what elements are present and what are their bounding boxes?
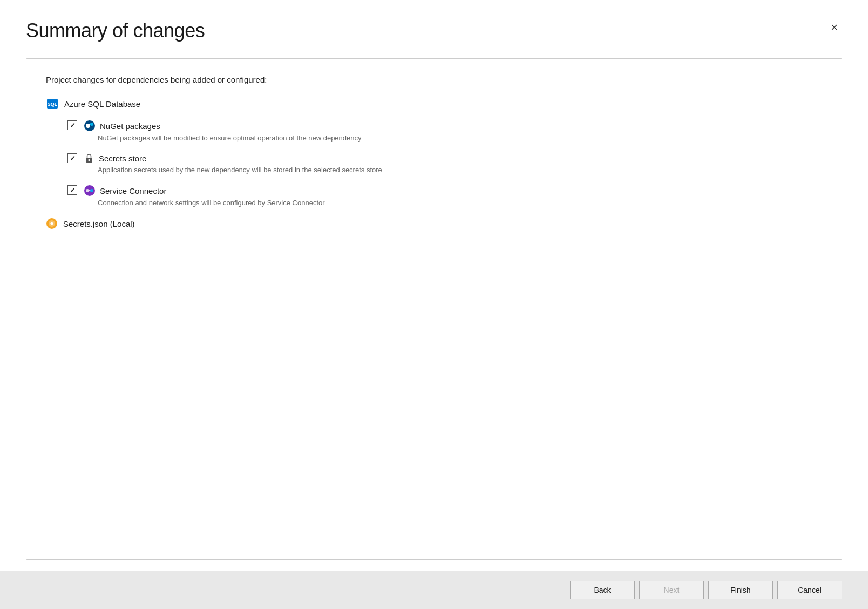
secrets-store-description: Application secrets used by the new depe… bbox=[98, 166, 382, 174]
nuget-item-row: NuGet packages NuGet packages will be mo… bbox=[67, 120, 822, 142]
service-connector-label: Service Connector bbox=[100, 186, 166, 195]
nuget-label: NuGet packages bbox=[100, 121, 160, 131]
service-connector-item-row: Service Connector Connection and network… bbox=[67, 185, 822, 207]
secrets-store-label: Secrets store bbox=[99, 154, 146, 163]
nuget-checkbox-wrapper bbox=[67, 120, 77, 130]
secrets-store-item-row: Secrets store Application secrets used b… bbox=[67, 153, 822, 174]
section-description: Project changes for dependencies being a… bbox=[46, 75, 822, 84]
service-connector-checkbox-wrapper bbox=[67, 185, 77, 195]
secrets-store-item-content: Secrets store Application secrets used b… bbox=[84, 153, 382, 174]
svg-point-3 bbox=[86, 124, 90, 128]
svg-text:SQL: SQL bbox=[48, 102, 58, 107]
cancel-button[interactable]: Cancel bbox=[777, 581, 842, 599]
secrets-json-icon bbox=[46, 218, 58, 229]
secrets-json-label: Secrets.json (Local) bbox=[63, 219, 135, 228]
dialog-content: Project changes for dependencies being a… bbox=[0, 53, 868, 571]
dependency-header: SQL Azure SQL Database bbox=[46, 97, 822, 110]
svg-point-9 bbox=[90, 189, 93, 192]
service-connector-description: Connection and network settings will be … bbox=[98, 199, 325, 207]
nuget-description: NuGet packages will be modified to ensur… bbox=[98, 134, 362, 142]
changes-box: Project changes for dependencies being a… bbox=[26, 58, 842, 560]
service-connector-item-content: Service Connector Connection and network… bbox=[84, 185, 325, 207]
back-button[interactable]: Back bbox=[570, 581, 635, 599]
secrets-store-title-row: Secrets store bbox=[84, 153, 382, 164]
next-button: Next bbox=[639, 581, 704, 599]
secrets-store-checkbox[interactable] bbox=[67, 153, 77, 163]
svg-point-4 bbox=[90, 123, 93, 126]
azure-sql-icon: SQL bbox=[46, 97, 59, 110]
nuget-item-content: NuGet packages NuGet packages will be mo… bbox=[84, 120, 362, 142]
service-connector-checkbox[interactable] bbox=[67, 185, 77, 195]
nuget-checkbox[interactable] bbox=[67, 120, 77, 130]
service-connector-title-row: Service Connector bbox=[84, 185, 325, 197]
finish-button[interactable]: Finish bbox=[708, 581, 773, 599]
dependency-group-label: Azure SQL Database bbox=[64, 99, 140, 109]
nuget-icon bbox=[84, 120, 96, 132]
dependency-group-azure-sql: SQL Azure SQL Database bbox=[46, 97, 822, 207]
summary-dialog: Summary of changes × Project changes for… bbox=[0, 0, 868, 609]
service-connector-icon bbox=[84, 185, 96, 197]
secrets-store-checkbox-wrapper bbox=[67, 153, 77, 163]
dialog-title: Summary of changes bbox=[26, 19, 205, 42]
dialog-header: Summary of changes × bbox=[0, 0, 868, 53]
svg-rect-6 bbox=[89, 159, 90, 161]
nuget-title-row: NuGet packages bbox=[84, 120, 362, 132]
svg-point-8 bbox=[86, 189, 89, 192]
secrets-json-row: Secrets.json (Local) bbox=[46, 218, 822, 229]
close-button[interactable]: × bbox=[826, 19, 842, 36]
lock-icon bbox=[84, 153, 94, 164]
dialog-footer: Back Next Finish Cancel bbox=[0, 571, 868, 609]
